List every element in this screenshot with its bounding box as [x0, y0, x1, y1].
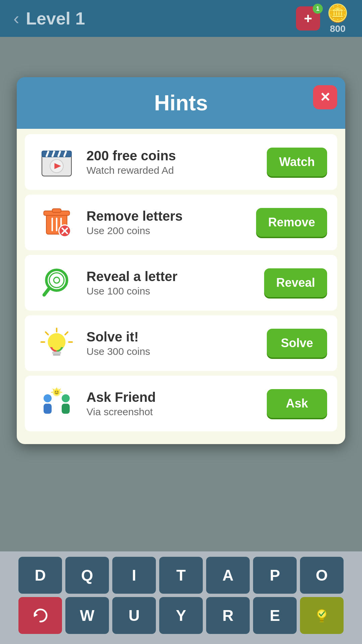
hint-reveal-name: Reveal a letter [86, 269, 256, 284]
svg-rect-46 [320, 620, 323, 621]
svg-rect-45 [320, 618, 324, 620]
header-right: + 1 🪙 800 [296, 3, 349, 34]
plus-icon: + [304, 10, 312, 26]
svg-line-40 [59, 389, 60, 390]
header-title: Level 1 [26, 8, 85, 29]
key-W[interactable]: W [65, 597, 109, 634]
svg-point-36 [62, 394, 70, 402]
hint-reveal-desc: Use 100 coins [86, 285, 256, 297]
modal-body: 200 free coins Watch rewarded Ad Watch [17, 129, 345, 444]
svg-rect-28 [53, 354, 60, 356]
close-button[interactable]: ✕ [313, 85, 337, 109]
svg-point-18 [49, 273, 64, 287]
svg-line-23 [65, 332, 68, 335]
key-R[interactable]: R [206, 597, 250, 634]
hint-solve-text: Solve it! Use 300 coins [86, 329, 259, 357]
hint-solve-desc: Use 300 coins [86, 346, 259, 357]
svg-rect-35 [44, 404, 52, 414]
coins-icon: 🪙 [327, 3, 349, 23]
hint-row-solve: Solve it! Use 300 coins Solve [25, 315, 337, 371]
solve-button[interactable]: Solve [267, 329, 327, 358]
hint-remove-text: Remove letters Use 200 coins [86, 209, 248, 236]
ask-button[interactable]: Ask [267, 389, 327, 418]
bulb-icon [35, 325, 78, 362]
svg-rect-10 [52, 209, 61, 212]
svg-line-19 [44, 288, 49, 295]
key-I[interactable]: I [112, 557, 156, 594]
hint-lightbulb-button[interactable] [300, 597, 344, 634]
coins-display: 🪙 800 [327, 3, 349, 34]
key-U[interactable]: U [112, 597, 156, 634]
svg-point-31 [54, 390, 59, 395]
svg-rect-37 [62, 404, 70, 414]
hint-watch-desc: Watch rewarded Ad [86, 165, 259, 176]
close-icon: ✕ [320, 90, 330, 105]
hint-solve-name: Solve it! [86, 329, 259, 344]
key-Q[interactable]: Q [65, 557, 109, 594]
key-O[interactable]: O [300, 557, 344, 594]
hint-ask-desc: Via screenshot [86, 406, 259, 418]
svg-point-32 [55, 391, 56, 392]
keyboard-row-2: W U Y R E [3, 597, 359, 634]
key-T[interactable]: T [159, 557, 203, 594]
svg-point-33 [57, 391, 58, 392]
refresh-button[interactable] [18, 597, 62, 634]
header: ‹ Level 1 + 1 🪙 800 [0, 0, 362, 37]
clapboard-icon [35, 144, 78, 180]
magnify-icon [35, 264, 78, 301]
hint-watch-name: 200 free coins [86, 148, 259, 163]
back-button[interactable]: ‹ [13, 8, 19, 29]
header-left: ‹ Level 1 [13, 8, 85, 29]
keyboard-area: D Q I T A P O W U Y R E [0, 551, 362, 644]
key-E[interactable]: E [253, 597, 297, 634]
svg-line-22 [46, 332, 48, 335]
hint-row-ask: Ask Friend Via screenshot Ask [25, 376, 337, 431]
keyboard-row-1: D Q I T A P O [3, 557, 359, 594]
hint-row-watch: 200 free coins Watch rewarded Ad Watch [25, 134, 337, 190]
hint-watch-text: 200 free coins Watch rewarded Ad [86, 148, 259, 176]
key-Y[interactable]: Y [159, 597, 203, 634]
hint-remove-desc: Use 200 coins [86, 225, 248, 236]
hints-modal: Hints ✕ [17, 77, 345, 444]
hint-ask-name: Ask Friend [86, 390, 259, 405]
key-D[interactable]: D [18, 557, 62, 594]
friends-icon [35, 385, 78, 422]
watch-button[interactable]: Watch [267, 148, 327, 176]
key-A[interactable]: A [206, 557, 250, 594]
notification-dot: 1 [313, 4, 323, 14]
hint-ask-text: Ask Friend Via screenshot [86, 390, 259, 418]
modal-title: Hints [154, 91, 208, 115]
modal-header: Hints ✕ [17, 77, 345, 129]
hint-row-reveal: Reveal a letter Use 100 coins Reveal [25, 255, 337, 311]
svg-line-38 [53, 389, 54, 390]
trash-icon [35, 204, 78, 241]
remove-button[interactable]: Remove [256, 208, 327, 237]
coins-value: 800 [330, 23, 346, 34]
svg-point-34 [44, 394, 52, 402]
svg-rect-27 [52, 352, 61, 354]
hint-reveal-text: Reveal a letter Use 100 coins [86, 269, 256, 297]
key-P[interactable]: P [253, 557, 297, 594]
hint-remove-name: Remove letters [86, 209, 248, 224]
hint-row-remove: Remove letters Use 200 coins Remove [25, 195, 337, 250]
plus-badge[interactable]: + 1 [296, 6, 320, 31]
svg-point-20 [54, 277, 60, 283]
reveal-button[interactable]: Reveal [264, 268, 327, 297]
